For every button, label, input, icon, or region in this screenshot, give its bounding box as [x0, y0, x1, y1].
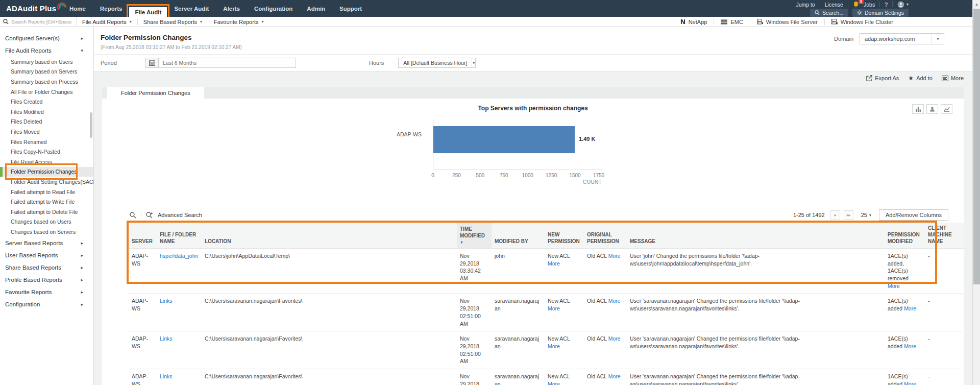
sidebar-item-configured-servers[interactable]: Configured Server(s) ▸: [0, 32, 93, 44]
help-link[interactable]: ?: [885, 2, 888, 8]
nav-file-audit[interactable]: File Audit: [129, 7, 167, 17]
nav-admin[interactable]: Admin: [300, 0, 332, 17]
col-server[interactable]: SERVER: [129, 223, 157, 249]
hours-select[interactable]: All [Default Business Hour] ▾: [398, 58, 476, 68]
file-folder-link[interactable]: Links: [160, 335, 173, 342]
page-scrollbar[interactable]: ▲: [972, 0, 980, 385]
line-chart-icon[interactable]: [941, 104, 952, 114]
bar-chart-icon[interactable]: [912, 104, 924, 114]
last-page-button[interactable]: ▸▸: [844, 210, 853, 220]
sidebar-item-summary-based-on-servers[interactable]: Summary based on Servers: [0, 67, 93, 77]
more-link[interactable]: More: [608, 335, 621, 342]
menu-favourite-reports[interactable]: Favourite Reports▾: [208, 19, 269, 25]
nav-home[interactable]: Home: [62, 0, 93, 17]
sidebar-item-failed-attempt-read[interactable]: Failed attempt to Read File: [0, 187, 93, 197]
sidebar-item-all-file-or-folder-changes[interactable]: All File or Folder Changes: [0, 87, 93, 97]
sidebar-item-changes-based-on-users[interactable]: Changes based on Users: [0, 217, 93, 227]
more-link[interactable]: More: [608, 373, 621, 379]
col-location[interactable]: LOCATION: [202, 223, 457, 249]
menu-share-based-reports[interactable]: Share Based Reports▾: [138, 19, 208, 25]
nav-server-audit[interactable]: Server Audit: [167, 0, 216, 17]
scrollbar-thumb[interactable]: [973, 9, 980, 284]
sidebar-item-folder-audit-setting-changes[interactable]: Folder Audit Setting Changes(SACL): [0, 177, 93, 187]
col-message[interactable]: MESSAGE: [627, 223, 885, 249]
user-menu[interactable]: ▾: [897, 1, 909, 8]
col-modified-by[interactable]: MODIFIED BY: [492, 223, 545, 249]
sidebar-scrollbar[interactable]: [90, 112, 92, 138]
sidebar-item-favourite-reports[interactable]: Favourite Reports▸: [0, 286, 93, 298]
sidebar-item-file-audit-reports[interactable]: File Audit Reports ▾: [0, 44, 93, 57]
search-reports-box[interactable]: [0, 17, 77, 27]
app-logo[interactable]: ADAudit Plus: [6, 0, 67, 17]
more-link[interactable]: More: [548, 260, 560, 267]
col-time-modified[interactable]: TIME MODIFIED ▼: [457, 223, 492, 249]
more-link[interactable]: More: [904, 305, 916, 311]
file-folder-link[interactable]: Links: [160, 298, 173, 304]
server-type-netapp[interactable]: N NetApp: [674, 19, 714, 25]
sidebar-item-files-moved[interactable]: Files Moved: [0, 127, 93, 137]
search-reports-input[interactable]: [11, 19, 71, 25]
advanced-search-icon[interactable]: [146, 212, 153, 219]
sidebar-item-folder-permission-changes[interactable]: Folder Permission Changes: [0, 167, 93, 177]
sidebar-item-configuration[interactable]: Configuration▸: [0, 298, 93, 310]
more-link[interactable]: More: [904, 343, 916, 349]
nav-support[interactable]: Support: [332, 0, 369, 17]
jobs-link[interactable]: Jobs: [864, 2, 875, 8]
nav-configuration[interactable]: Configuration: [247, 0, 300, 17]
nav-reports[interactable]: Reports: [93, 0, 129, 17]
more-link[interactable]: More: [904, 381, 916, 385]
col-permission-modified[interactable]: PERMISSION MODIFIED: [885, 223, 925, 249]
sidebar-item-files-created[interactable]: Files Created: [0, 97, 93, 107]
more-link[interactable]: More: [608, 298, 621, 304]
add-remove-columns-button[interactable]: Add/Remove Columns: [879, 209, 948, 221]
advanced-search-link[interactable]: Advanced Search: [158, 212, 202, 218]
sidebar-item-changes-based-on-servers[interactable]: Changes based on Servers: [0, 227, 93, 237]
domain-select[interactable]: adap.workshop.com ▾: [860, 33, 944, 44]
sidebar-item-files-copy-n-pasted[interactable]: Files Copy-N-Pasted: [0, 147, 93, 157]
col-new-permission[interactable]: NEW PERMISSION: [545, 223, 584, 249]
file-folder-link[interactable]: hsperfdata_john: [160, 253, 198, 259]
sidebar-item-files-modified[interactable]: Files Modified: [0, 107, 93, 117]
tab-folder-permission-changes[interactable]: Folder Permission Changes: [107, 87, 204, 99]
more-link[interactable]: More: [548, 381, 560, 385]
sidebar-item-files-renamed[interactable]: Files Renamed: [0, 137, 93, 147]
server-type-windows-file-cluster[interactable]: Windows File Cluster: [825, 19, 900, 25]
menu-file-audit-reports[interactable]: File Audit Reports▾: [77, 19, 138, 25]
jump-to-link[interactable]: Jump to: [796, 2, 815, 8]
more-link[interactable]: More: [548, 305, 560, 311]
sidebar-item-summary-based-on-users[interactable]: Summary based on Users: [0, 57, 93, 67]
period-input[interactable]: [159, 58, 296, 68]
sidebar-item-server-based-reports[interactable]: Server Based Reports▸: [0, 237, 93, 249]
sidebar-item-failed-attempt-write[interactable]: Failed attempt to Write File: [0, 197, 93, 207]
more-link[interactable]: More: [548, 343, 560, 349]
sidebar-item-user-based-reports[interactable]: User Based Reports▸: [0, 249, 93, 261]
scroll-up-arrow[interactable]: ▲: [973, 0, 980, 8]
calendar-button[interactable]: [145, 58, 159, 68]
notifications-button[interactable]: 3: [853, 1, 859, 8]
sidebar-item-file-read-access[interactable]: File Read Access: [0, 157, 93, 167]
col-client-machine-name[interactable]: CLIENT MACHINE NAME: [925, 223, 964, 249]
global-search-button[interactable]: Search...: [810, 9, 848, 17]
file-folder-link[interactable]: Links: [160, 373, 173, 379]
sidebar-item-share-based-reports[interactable]: Share Based Reports▸: [0, 261, 93, 274]
add-to-button[interactable]: ★ Add to: [908, 75, 933, 81]
sidebar-item-files-deleted[interactable]: Files Deleted: [0, 117, 93, 127]
domain-settings-button[interactable]: Domain Settings: [852, 9, 909, 17]
more-link[interactable]: More: [608, 253, 621, 259]
next-page-button[interactable]: ▸: [830, 210, 840, 220]
user-summary-icon[interactable]: [926, 104, 938, 114]
col-file-folder-name[interactable]: FILE / FOLDER NAME: [157, 223, 202, 249]
more-button[interactable]: More: [942, 75, 964, 81]
license-link[interactable]: License: [825, 2, 843, 8]
col-original-permission[interactable]: ORIGINAL PERMISSION: [584, 223, 627, 249]
more-link[interactable]: More: [888, 283, 900, 289]
server-type-windows-file-server[interactable]: Windows File Server: [750, 19, 825, 25]
export-as-button[interactable]: Export As: [866, 75, 899, 81]
page-size-select[interactable]: 25 ▾: [861, 212, 871, 218]
server-type-emc[interactable]: EMC: [714, 19, 750, 25]
sidebar-item-failed-attempt-delete[interactable]: Failed attempt to Delete File: [0, 207, 93, 217]
sidebar-item-profile-based-reports[interactable]: Profile Based Reports▸: [0, 274, 93, 286]
nav-alerts[interactable]: Alerts: [216, 0, 247, 17]
search-icon[interactable]: [130, 212, 136, 219]
sidebar-item-summary-based-on-process[interactable]: Summary based on Process: [0, 77, 93, 87]
